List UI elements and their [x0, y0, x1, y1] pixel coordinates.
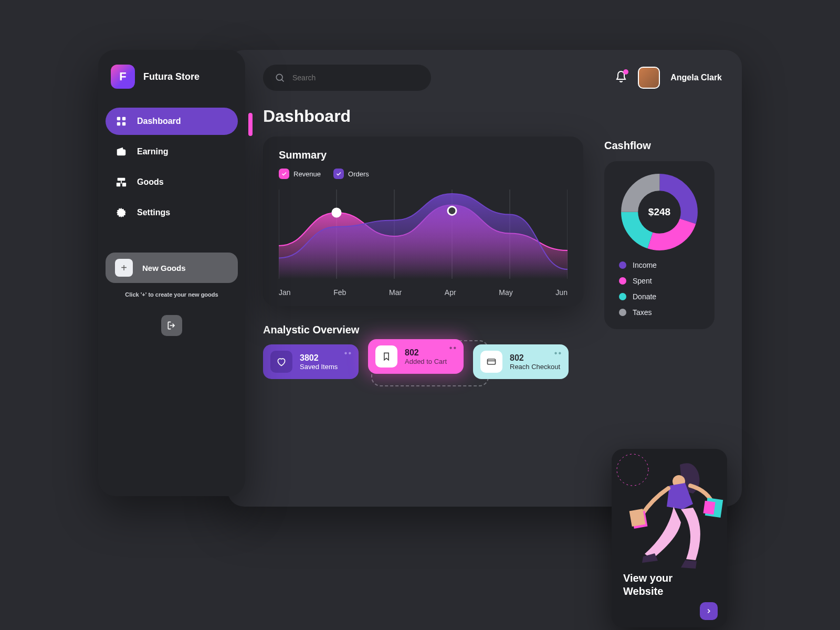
svg-point-20 — [629, 182, 689, 242]
search-input[interactable] — [292, 74, 419, 82]
wallet-icon — [115, 145, 128, 158]
stat-value: 802 — [405, 348, 447, 358]
legend-label: Income — [633, 261, 657, 269]
cashflow-legend-item: Income — [619, 261, 703, 269]
x-tick: May — [499, 288, 512, 297]
user-area: Angela Clark — [615, 67, 722, 89]
x-tick: Jun — [555, 288, 568, 297]
stat-label: Saved Items — [300, 363, 338, 371]
sidebar-item-goods[interactable]: Goods — [106, 169, 238, 196]
brand-name: Futura Store — [143, 71, 200, 82]
legend-dot — [619, 277, 626, 285]
gear-icon — [115, 206, 128, 219]
brand-row: F Futura Store — [98, 65, 245, 108]
svg-rect-1 — [122, 117, 125, 120]
plus-icon: + — [115, 259, 133, 277]
page-title: Dashboard — [263, 107, 722, 126]
avatar[interactable] — [638, 67, 660, 89]
promo-go-button[interactable] — [700, 602, 718, 620]
svg-point-24 — [673, 475, 685, 488]
overview-cards: •• 3802Saved Items •• 802Added to Cart •… — [263, 344, 583, 379]
svg-rect-18 — [488, 359, 496, 364]
cashflow-card: $248 IncomeSpentDonateTaxes — [604, 161, 715, 329]
bookmark-icon — [375, 345, 397, 368]
notifications-button[interactable] — [615, 70, 627, 85]
legend-dot — [619, 309, 626, 316]
search-icon — [275, 72, 285, 83]
stat-value: 3802 — [300, 353, 338, 363]
legend-orders[interactable]: Orders — [333, 169, 369, 179]
drop-zone — [371, 340, 489, 386]
main-panel: Angela Clark Dashboard Summary Revenue O… — [227, 50, 742, 507]
x-tick: Feb — [333, 288, 346, 297]
legend-label: Orders — [348, 170, 369, 178]
promo-card[interactable]: View yourWebsite — [612, 449, 727, 627]
svg-point-23 — [617, 454, 648, 486]
chart-x-axis: JanFebMarAprMayJun — [279, 288, 568, 297]
svg-point-22 — [629, 182, 689, 242]
svg-rect-7 — [121, 181, 122, 184]
cashflow-legend-item: Taxes — [619, 308, 703, 317]
svg-rect-4 — [118, 178, 125, 181]
more-icon[interactable]: •• — [449, 343, 457, 353]
summary-chart — [279, 184, 568, 284]
more-icon[interactable]: •• — [554, 349, 562, 358]
overview-title: Analystic Overview — [263, 324, 583, 336]
stat-value: 802 — [510, 353, 560, 363]
svg-rect-25 — [632, 511, 648, 529]
topbar: Angela Clark — [263, 65, 722, 91]
summary-card: Summary Revenue Orders JanFebMarAprMayJu… — [263, 136, 583, 306]
svg-rect-26 — [629, 509, 646, 527]
sidebar-item-dashboard[interactable]: Dashboard — [106, 108, 238, 135]
cashflow-legend-item: Spent — [619, 277, 703, 285]
x-tick: Apr — [445, 288, 456, 297]
chevron-right-icon — [705, 607, 712, 615]
svg-rect-28 — [703, 501, 715, 515]
bell-icon — [615, 70, 627, 83]
logo-badge: F — [111, 65, 135, 89]
logout-button[interactable] — [161, 315, 182, 336]
stat-reach-checkout[interactable]: •• 802Reach Checkout — [473, 344, 569, 379]
new-goods-hint: Click '+' to create your new goods — [98, 283, 245, 299]
username: Angela Clark — [670, 73, 722, 82]
svg-point-21 — [629, 182, 689, 242]
search-box[interactable] — [263, 65, 431, 91]
svg-rect-5 — [117, 183, 120, 186]
cashflow-legend-item: Donate — [619, 292, 703, 301]
heart-icon — [270, 351, 292, 373]
legend-revenue[interactable]: Revenue — [279, 169, 321, 179]
checkbox-icon — [279, 169, 289, 179]
active-indicator — [248, 113, 253, 136]
sidebar-item-earning[interactable]: Earning — [106, 138, 238, 165]
summary-legend: Revenue Orders — [279, 169, 568, 179]
sidebar-nav: Dashboard Earning Goods Settings — [98, 108, 245, 226]
cashflow-legend: IncomeSpentDonateTaxes — [616, 261, 703, 317]
stat-label: Reach Checkout — [510, 363, 560, 371]
legend-label: Donate — [633, 292, 656, 301]
legend-label: Revenue — [293, 170, 321, 178]
cashflow-title: Cashflow — [604, 140, 722, 152]
new-goods-button[interactable]: + New Goods — [106, 253, 238, 283]
more-icon[interactable]: •• — [344, 349, 352, 358]
stat-added-to-cart[interactable]: •• 802Added to Cart — [368, 339, 464, 374]
summary-title: Summary — [279, 149, 568, 161]
cashflow-center-value: $248 — [620, 173, 699, 251]
boxes-icon — [115, 176, 128, 188]
promo-label: View yourWebsite — [623, 572, 673, 598]
sidebar-item-settings[interactable]: Settings — [106, 199, 238, 226]
svg-point-9 — [276, 74, 282, 80]
new-goods-label: New Goods — [142, 264, 186, 272]
svg-rect-2 — [117, 122, 120, 125]
sidebar: F Futura Store Dashboard Earning Goods S… — [98, 50, 245, 496]
legend-dot — [619, 293, 626, 300]
grid-icon — [115, 115, 128, 128]
svg-point-16 — [332, 208, 341, 217]
legend-dot — [619, 261, 626, 269]
x-tick: Mar — [389, 288, 402, 297]
cashflow-donut: $248 — [620, 173, 699, 251]
sidebar-item-label: Earning — [137, 147, 169, 156]
sidebar-item-label: Settings — [137, 208, 170, 217]
x-tick: Jan — [279, 288, 291, 297]
stat-saved-items[interactable]: •• 3802Saved Items — [263, 344, 359, 379]
svg-rect-6 — [122, 183, 126, 186]
